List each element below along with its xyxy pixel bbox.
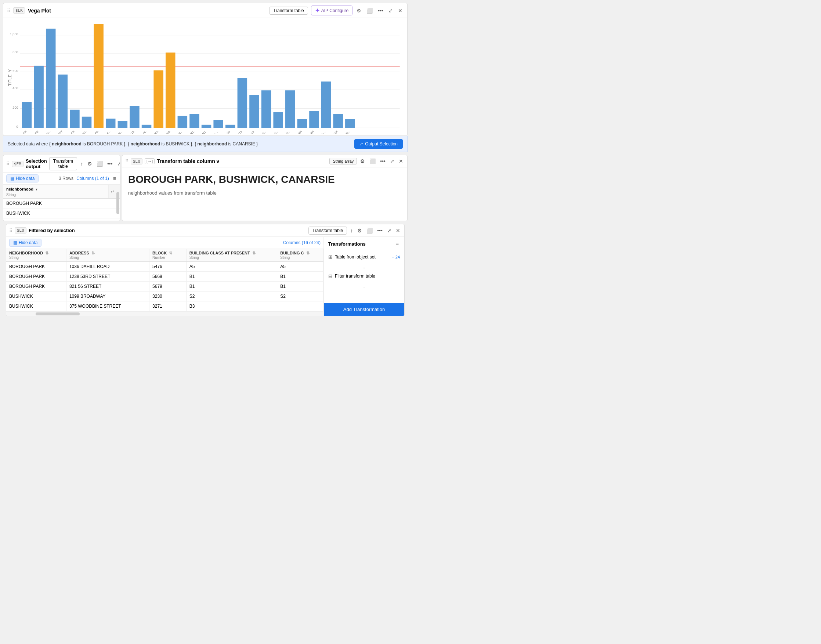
gear-icon-bottom[interactable]: ⚙ (356, 227, 363, 235)
filter-transform-icon: ⊟ (328, 273, 333, 279)
drag-handle-left[interactable]: ⠿ (6, 161, 9, 166)
selection-output-title: Selection output (26, 158, 47, 169)
table-from-object-icon: ⊞ (328, 254, 333, 260)
transform-panel-title: Transform table column v (157, 158, 327, 164)
col-header-building-c[interactable]: BUILDING C ⇅ String (277, 249, 324, 262)
svg-rect-44 (202, 125, 211, 128)
filtered-by-selection-title: Filtered by selection (29, 228, 166, 233)
drag-handle-bottom[interactable]: ⠿ (9, 228, 12, 233)
drag-handle-top[interactable]: ⠿ (7, 8, 10, 13)
svg-rect-26 (94, 24, 103, 128)
col-header-building-class[interactable]: BUILDING CLASS AT PRESENT ⇅ String (186, 249, 277, 262)
monitor-icon-left[interactable]: ⬜ (95, 160, 104, 168)
hide-data-button-bottom[interactable]: ▦ Hide data (9, 239, 41, 247)
selection-text: Selected data where { neighborhood is BO… (8, 141, 258, 147)
hide-data-icon: ▦ (10, 176, 14, 181)
bottom-cols-count[interactable]: Columns (16 of 24) (283, 240, 321, 245)
selection-bold-1: neighborhood (52, 141, 81, 147)
table-row: BOROUGH PARK (3, 199, 120, 209)
string-array-button[interactable]: String array (329, 158, 357, 164)
transform-table-button-bottom[interactable]: Transform table (308, 227, 347, 235)
upload-icon-bottom[interactable]: ↑ (349, 227, 354, 235)
table-row: BOROUGH PARK 1036 DAHILL ROAD 5476 A5 A5 (6, 262, 324, 272)
table-row: BUSHWICK (3, 209, 120, 218)
svg-rect-50 (238, 78, 247, 128)
aip-configure-button[interactable]: ✦ AIP Configure (311, 6, 353, 15)
selection-bold-3: neighborhood (198, 141, 227, 147)
svg-rect-62 (309, 111, 319, 128)
close-icon-bottom[interactable]: ✕ (395, 227, 401, 235)
transform-table-button-left[interactable]: Transform table (49, 157, 77, 170)
svg-rect-14 (22, 102, 32, 128)
table-row: BOROUGH PARK 1238 53RD STREET 5669 B1 B1 (6, 272, 324, 282)
scrollbar-vertical[interactable] (116, 185, 120, 198)
drag-handle-right[interactable]: ⠿ (125, 159, 129, 164)
svg-rect-28 (106, 119, 115, 128)
transform-content: BOROUGH PARK, BUSHWICK, CANARSIE neighbo… (122, 167, 407, 221)
selection-bold-2: neighborhood (131, 141, 160, 147)
svg-rect-38 (166, 52, 175, 128)
svg-rect-64 (321, 81, 331, 128)
columns-count[interactable]: Columns (1 of 1) (77, 176, 109, 181)
svg-rect-66 (333, 114, 342, 128)
monitor-icon-bottom[interactable]: ⬜ (365, 227, 374, 235)
table-row: BOROUGH PARK 821 56 STREET 5679 B1 B1 (6, 282, 324, 291)
svg-rect-58 (285, 90, 295, 128)
monitor-icon-top[interactable]: ⬜ (365, 7, 374, 15)
svg-text:MILL BASIN: MILL BASIN (290, 130, 302, 133)
svg-rect-22 (70, 110, 79, 128)
more-icon-right[interactable]: ••• (379, 157, 387, 165)
col-header-neighborhood-bottom[interactable]: NEIGHBORHOOD ⇅ String (6, 249, 66, 262)
list-icon[interactable]: ≡ (112, 175, 117, 182)
svg-rect-46 (213, 120, 223, 128)
svg-text:400: 400 (12, 86, 18, 90)
col-header-block[interactable]: BLOCK ⇅ Number (149, 249, 187, 262)
svg-text:BUSHWICK: BUSHWICK (147, 130, 160, 133)
svg-rect-68 (345, 119, 355, 128)
rows-count: 3 Rows (59, 176, 74, 181)
output-selection-button[interactable]: ↗ Output Selection (354, 139, 403, 149)
monitor-icon-right[interactable]: ⬜ (368, 157, 377, 165)
shuffle-icon[interactable]: ⇄ (111, 189, 114, 193)
expand-icon-bottom[interactable]: ⤢ (386, 227, 393, 235)
aip-star-icon: ✦ (315, 7, 320, 14)
svg-rect-42 (189, 114, 199, 128)
transform-subtitle: neighborhood values from transform table (128, 190, 401, 196)
transformation-item-2: ⊟ Filter transform table (324, 270, 404, 282)
transform-table-button-top[interactable]: Transform table (269, 7, 308, 15)
col-header-neighborhood: neighborhood (6, 187, 34, 191)
sort-icon-building-c: ⇅ (306, 251, 310, 255)
gear-icon-left[interactable]: ⚙ (86, 160, 93, 168)
svg-rect-18 (46, 29, 55, 128)
close-icon-top[interactable]: ✕ (397, 7, 404, 15)
upload-icon-left[interactable]: ↑ (79, 160, 84, 168)
expand-icon-left[interactable]: ⤢ (116, 160, 120, 168)
cursor-icon: ↗ (359, 141, 363, 147)
svg-text:BAY RIDGE: BAY RIDGE (27, 130, 39, 133)
svg-text:0: 0 (16, 125, 18, 129)
svg-rect-24 (82, 117, 91, 128)
more-icon-bottom[interactable]: ••• (376, 227, 384, 235)
table-row: BUSHWICK 375 WOODBINE STREET 3271 B3 (6, 301, 324, 311)
svg-rect-56 (273, 112, 283, 128)
data-rows-left: BOROUGH PARK BUSHWICK (3, 199, 120, 221)
svg-rect-34 (142, 125, 151, 128)
svg-rect-54 (261, 90, 271, 128)
expand-icon-top[interactable]: ⤢ (387, 7, 394, 15)
close-icon-right[interactable]: ✕ (397, 157, 404, 165)
hide-data-button-left[interactable]: ▦ Hide data (6, 175, 38, 182)
svg-rect-60 (298, 119, 307, 128)
gear-icon-right[interactable]: ⚙ (359, 157, 366, 165)
gear-icon-top[interactable]: ⚙ (355, 7, 362, 15)
more-icon-top[interactable]: ••• (377, 7, 384, 15)
add-transformation-button[interactable]: Add Transformation (324, 303, 404, 316)
svg-rect-52 (249, 95, 259, 128)
transform-big-value: BOROUGH PARK, BUSHWICK, CANARSIE (128, 173, 401, 186)
hide-data-icon-bottom: ▦ (13, 240, 17, 245)
col-header-address[interactable]: ADDRESS ⇅ String (66, 249, 149, 262)
more-icon-left[interactable]: ••• (106, 160, 114, 168)
expand-icon-right[interactable]: ⤢ (389, 157, 396, 165)
trans-menu-icon[interactable]: ≡ (395, 240, 400, 248)
svg-text:BATH BEACH: BATH BEACH (13, 130, 27, 133)
col-sort-dropdown[interactable]: ▾ (35, 186, 38, 192)
